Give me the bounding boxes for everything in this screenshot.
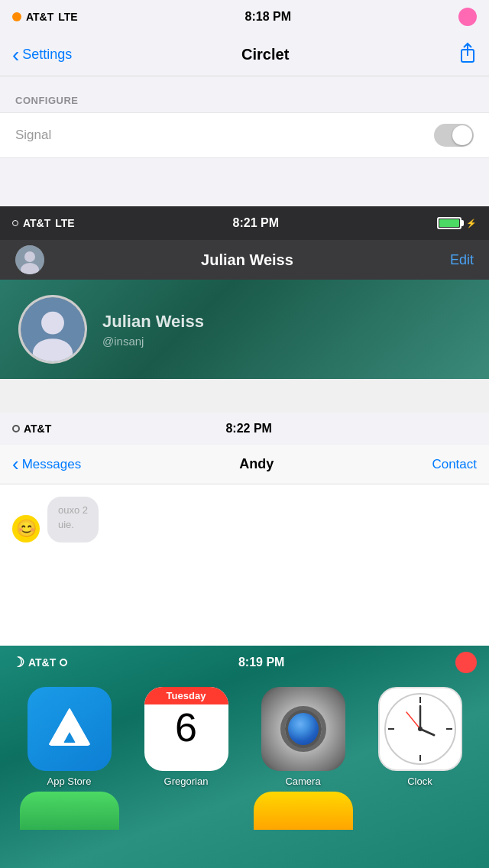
signal-toggle[interactable] (434, 124, 474, 147)
battery-bolt-icon: ⚡ (466, 219, 477, 228)
twitter-signal-icon (12, 220, 18, 226)
homescreen-status-bar: ☽ AT&T 8:19 PM (0, 646, 489, 679)
messages-back-chevron-icon: ‹ (12, 452, 19, 476)
message-container: 😊 ouxo 2 uie. (12, 497, 477, 542)
battery-icon (437, 217, 461, 229)
svg-point-17 (418, 727, 423, 731)
twitter-network: LTE (55, 217, 74, 229)
settings-back-label: Settings (22, 47, 72, 63)
messages-signal-icon (12, 425, 20, 432)
battery-fill (439, 219, 459, 227)
gregorian-wrapper: Tuesday 6 Gregorian (137, 687, 236, 787)
twitter-nav-title: Julian Weiss (201, 251, 293, 269)
settings-carrier: AT&T (26, 11, 53, 23)
twitter-avatar-large (18, 295, 87, 364)
clock-icon[interactable] (378, 687, 462, 771)
partial-app-4 (371, 792, 470, 830)
camera-icon[interactable] (261, 687, 345, 771)
partial-app-2 (137, 792, 236, 830)
messages-back-label: Messages (22, 457, 81, 472)
app-store-wrapper: App Store (20, 687, 119, 787)
twitter-edit-button[interactable]: Edit (450, 252, 474, 268)
camera-label: Camera (285, 776, 320, 787)
partial-app-3 (254, 792, 353, 830)
homescreen-signal-icon (60, 659, 67, 666)
twitter-profile-screen: AT&T LTE 8:21 PM ⚡ Julian Weiss Edit (0, 206, 489, 443)
settings-status-left: AT&T LTE (12, 11, 78, 23)
settings-back-button[interactable]: Settings (12, 43, 72, 67)
twitter-carrier: AT&T (23, 217, 50, 229)
homescreen-time: 8:19 PM (238, 656, 284, 669)
twitter-status-left: AT&T LTE (12, 217, 75, 229)
message-bubble: ouxo 2 uie. (47, 497, 99, 542)
twitter-status-bar: AT&T LTE 8:21 PM ⚡ (0, 206, 489, 240)
homescreen-dock: ☽ AT&T 8:19 PM App Store (0, 646, 489, 868)
twitter-profile-background: Julian Weiss @insanj (0, 280, 489, 379)
message-text-line2: uie. (58, 519, 88, 530)
app-store-icon[interactable] (28, 687, 112, 771)
settings-status-bar: AT&T LTE 8:18 PM (0, 0, 489, 34)
homescreen-carrier: AT&T (28, 656, 56, 669)
messages-body: 😊 ouxo 2 uie. (0, 484, 489, 656)
homescreen-moon-icon: ☽ (12, 654, 24, 671)
app-icons-row: App Store Tuesday 6 Gregorian Camera (0, 679, 489, 792)
settings-nav-title: Circlet (241, 46, 289, 63)
back-chevron-icon (12, 43, 19, 67)
settings-configure-header: CONFIGURE (0, 76, 489, 112)
messages-status-bar: AT&T 8:22 PM (0, 413, 489, 445)
signal-dot-icon (12, 12, 21, 21)
svg-point-3 (24, 251, 35, 262)
clock-label: Clock (407, 776, 432, 787)
calendar-date-number: 6 (175, 708, 197, 747)
message-sender-avatar: 😊 (12, 515, 40, 542)
settings-signal-label: Signal (15, 128, 51, 143)
settings-signal-row[interactable]: Signal (0, 112, 489, 158)
camera-wrapper: Camera (254, 687, 353, 787)
camera-ring (280, 706, 326, 752)
share-icon[interactable] (458, 42, 477, 68)
twitter-profile-name: Julian Weiss (102, 312, 204, 332)
twitter-time: 8:21 PM (233, 216, 279, 230)
messages-carrier: AT&T (24, 423, 51, 435)
twitter-nav-avatar[interactable] (15, 245, 44, 274)
partial-app-1 (20, 792, 119, 830)
gregorian-icon[interactable]: Tuesday 6 (144, 687, 228, 771)
clock-wrapper: Clock (371, 687, 470, 787)
settings-time: 8:18 PM (245, 10, 291, 24)
messages-time: 8:22 PM (225, 422, 271, 436)
messages-back-button[interactable]: ‹ Messages (12, 452, 81, 476)
messages-screen: AT&T 8:22 PM ‹ Messages Andy Contact 😊 o… (0, 413, 489, 657)
settings-nav-bar: Settings Circlet (0, 34, 489, 76)
twitter-profile-info: Julian Weiss @insanj (102, 312, 204, 348)
message-text-line1: ouxo 2 (58, 504, 88, 516)
gregorian-label: Gregorian (164, 776, 209, 787)
settings-network: LTE (58, 11, 77, 23)
twitter-status-right: ⚡ (437, 217, 477, 229)
messages-status-left: AT&T (12, 423, 51, 435)
messages-contact-button[interactable]: Contact (432, 457, 477, 472)
homescreen-status-left: ☽ AT&T (12, 654, 67, 671)
camera-lens (285, 710, 322, 748)
svg-point-6 (41, 312, 64, 335)
messages-nav-bar: ‹ Messages Andy Contact (0, 445, 489, 484)
messages-nav-title: Andy (239, 456, 274, 472)
app-store-label: App Store (47, 776, 92, 787)
homescreen-status-dot (455, 652, 477, 673)
partial-app-row (0, 792, 489, 830)
twitter-nav-bar: Julian Weiss Edit (0, 240, 489, 280)
calendar-day-label: Tuesday (144, 687, 228, 704)
settings-status-dot (458, 8, 477, 26)
twitter-profile-handle: @insanj (102, 335, 204, 348)
